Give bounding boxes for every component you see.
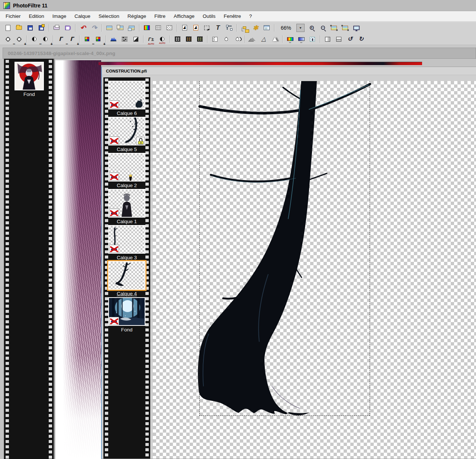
paste-figure-icon[interactable]: ♟ — [191, 23, 200, 32]
menu-item-outils[interactable]: Outils — [199, 12, 220, 20]
menu-item-reglage[interactable]: Réglage — [123, 12, 150, 20]
rgb-matrix-icon[interactable] — [173, 35, 182, 44]
construction-window-titlebar[interactable]: CONSTRUCTION.pfi — [102, 67, 476, 75]
menu-item-help[interactable]: ? — [245, 12, 256, 20]
sharpen-icon[interactable]: △ — [259, 35, 268, 44]
background-image-top-strip — [99, 62, 422, 65]
levels-icon[interactable] — [120, 35, 129, 44]
layer-thumbnail-fond[interactable] — [108, 297, 145, 326]
blue-gradient-icon[interactable] — [296, 35, 306, 44]
zoom-in-icon[interactable]: + — [307, 23, 316, 32]
layer-hidden-icon[interactable] — [109, 100, 119, 109]
construction-window-body: Calque 6Calque 5Calque 2Calque 1Calque 3… — [102, 76, 476, 459]
workspace: Fond CONSTRUCTION.pfi Calque 6Calque 5Ca… — [0, 59, 476, 459]
fit-image-icon[interactable] — [329, 23, 339, 32]
mosaic-icon[interactable] — [153, 23, 163, 32]
layer-hidden-icon[interactable] — [109, 209, 119, 217]
menu-item-edition[interactable]: Edition — [25, 12, 48, 20]
layer-hidden-icon[interactable] — [109, 317, 119, 325]
menu-item-fenetre[interactable]: Fenêtre — [220, 12, 245, 20]
rainbow-gradient-icon[interactable] — [285, 35, 295, 44]
text-tool-icon[interactable]: T — [213, 23, 223, 32]
histogram-icon[interactable] — [109, 35, 118, 44]
layer-hidden-icon[interactable] — [109, 173, 119, 181]
titlebar[interactable]: PhotoFiltre 11 — [0, 0, 476, 11]
menu-item-affichage[interactable]: Affichage — [170, 12, 199, 20]
duplicate-image-icon[interactable] — [127, 23, 136, 32]
layer-item-calque-2[interactable]: Calque 2 — [108, 153, 145, 189]
layer-item-calque-3[interactable]: Calque 3 — [108, 225, 145, 261]
color-palette-icon[interactable] — [142, 23, 152, 32]
layer-thumbnail-calque-4[interactable] — [108, 261, 145, 290]
zoom-dropdown-button[interactable]: ▾ — [296, 24, 305, 32]
document-canvas[interactable] — [153, 81, 476, 459]
fullscreen-icon[interactable] — [351, 23, 361, 32]
background-document-titlebar[interactable]: 00246-1439715348-gigapixel-scale-4_00x.p… — [3, 48, 476, 59]
sepia-matrix-icon[interactable] — [184, 35, 193, 44]
transparency-icon[interactable] — [210, 35, 220, 44]
layer-label-calque-1: Calque 1 — [117, 219, 137, 224]
menu-item-calque[interactable]: Calque — [70, 12, 94, 20]
copy-figure-icon[interactable]: ♟ — [180, 23, 189, 32]
pattern-matrix-icon[interactable] — [195, 35, 205, 44]
zoom-out-icon[interactable]: − — [318, 23, 328, 32]
mirror-icon[interactable] — [323, 35, 332, 44]
new-document-icon[interactable] — [3, 23, 13, 32]
vector-path-icon[interactable] — [224, 23, 234, 32]
brightness-minus-icon[interactable]: − — [3, 35, 13, 44]
menu-item-image[interactable]: Image — [48, 12, 71, 20]
layer-locked-icon[interactable] — [136, 137, 145, 145]
redo-icon[interactable]: ↷ — [89, 23, 99, 32]
paste-image-icon[interactable] — [116, 23, 125, 32]
explorer-icon[interactable] — [239, 23, 249, 32]
plugins-icon[interactable]: ✱ — [251, 23, 260, 32]
undo-icon[interactable]: ↶ — [78, 23, 88, 32]
open-image-icon[interactable] — [14, 23, 24, 32]
layer-item-calque-4[interactable]: Calque 4 — [108, 261, 145, 297]
auto-contrast-icon[interactable] — [157, 35, 167, 44]
rotate-left-icon[interactable]: ↺ — [345, 35, 355, 44]
contrast-minus-icon[interactable]: − — [29, 35, 39, 44]
layer-thumbnail-calque-5[interactable] — [108, 117, 145, 145]
smooth-icon[interactable] — [232, 35, 242, 44]
layer-hidden-icon[interactable] — [109, 245, 119, 253]
layer-item-calque-1[interactable]: Calque 1 — [108, 189, 145, 225]
print-icon[interactable] — [52, 23, 61, 32]
saturation-minus-icon[interactable]: − — [82, 35, 92, 44]
layer-thumbnail-calque-3[interactable] — [108, 225, 145, 254]
gamma-minus-icon[interactable]: Γ− — [56, 35, 65, 44]
construction-window[interactable]: CONSTRUCTION.pfi Calque 6Calque 5Calque … — [101, 67, 476, 459]
emboss-icon[interactable] — [248, 35, 257, 44]
saturation-plus-icon[interactable]: + — [93, 35, 103, 44]
transparent-selection-icon[interactable] — [308, 35, 317, 44]
gamma-plus-icon[interactable]: Γ+ — [67, 35, 77, 44]
layer-item-calque-6[interactable]: Calque 6 — [108, 81, 145, 117]
layer-item-fond[interactable]: Fond — [108, 297, 145, 333]
layer-thumbnail-fond[interactable] — [15, 62, 44, 90]
menu-item-selection[interactable]: Sélection — [94, 12, 123, 20]
rotate-right-icon[interactable]: ↻ — [356, 35, 366, 44]
layer-thumbnail-calque-2[interactable] — [108, 153, 145, 182]
sharpen-more-icon[interactable] — [270, 35, 280, 44]
menu-item-fichier[interactable]: Fichier — [1, 12, 25, 20]
contrast-plus-icon[interactable]: + — [41, 35, 50, 44]
fit-window-icon[interactable] — [340, 23, 350, 32]
print-preview-icon[interactable] — [63, 23, 73, 32]
layer-hidden-icon[interactable] — [109, 137, 119, 145]
module-window-icon[interactable] — [262, 23, 271, 32]
layer-thumbnail-calque-1[interactable] — [108, 189, 145, 218]
transparent-color-icon[interactable] — [164, 23, 174, 32]
layer-thumbnail-calque-6[interactable] — [108, 81, 145, 109]
auto-levels-icon[interactable]: Γ± — [146, 35, 156, 44]
negative-icon[interactable] — [131, 35, 141, 44]
brightness-plus-icon[interactable]: + — [14, 35, 24, 44]
selection-tool-icon[interactable] — [202, 23, 212, 32]
layer-item-fond[interactable]: Fond — [15, 62, 44, 97]
save-icon[interactable] — [25, 23, 35, 32]
menu-item-filtre[interactable]: Filtre — [150, 12, 170, 20]
flip-icon[interactable] — [334, 35, 344, 44]
blur-icon[interactable] — [221, 35, 231, 44]
save-as-icon[interactable] — [36, 23, 46, 32]
copy-image-icon[interactable] — [104, 23, 114, 32]
layer-item-calque-5[interactable]: Calque 5 — [108, 117, 145, 153]
